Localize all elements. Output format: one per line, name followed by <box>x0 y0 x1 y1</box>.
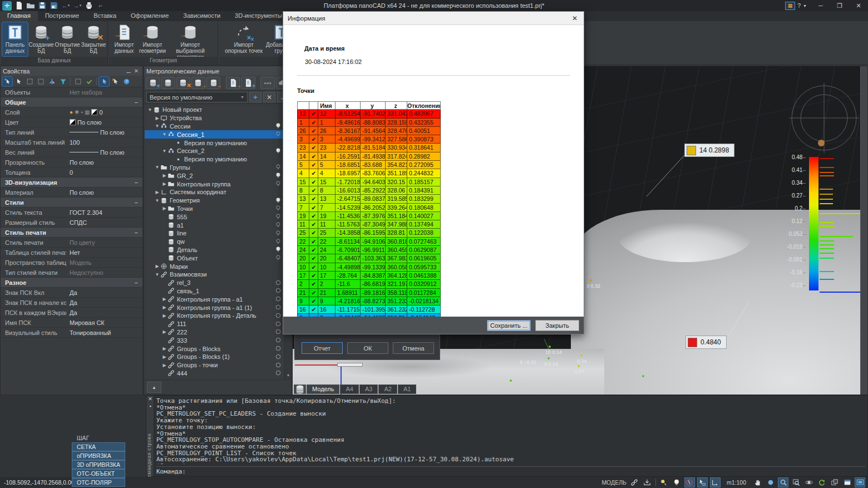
bulb-on-icon[interactable] <box>275 147 282 155</box>
ribbon-button-geom-import[interactable]: →Импортгеометрии <box>139 22 166 56</box>
close-dialog-button[interactable]: Закрыть <box>535 320 579 331</box>
property-value[interactable]: ГОСТ 2.304 <box>66 209 142 216</box>
bulb-on-icon[interactable] <box>275 122 282 130</box>
property-value[interactable]: СПДС <box>66 219 142 226</box>
help-button[interactable]: ? <box>797 2 801 9</box>
screen-icon[interactable] <box>855 478 865 487</box>
property-row[interactable]: Знак ПСК ВклДа <box>1 288 142 298</box>
orbit-icon[interactable] <box>804 478 813 487</box>
close-icon[interactable]: ✕ <box>146 396 154 403</box>
tree-node-555[interactable]: 555 <box>145 213 284 221</box>
table-row[interactable]: 5✔5-18.6851-83.688354.8210.272095 <box>297 161 441 169</box>
ucs-icon[interactable] <box>711 478 720 487</box>
command-line-panel[interactable]: ✕ ▪ Командная строка Точка растягивания … <box>146 395 868 477</box>
zoom-dot-icon[interactable] <box>766 478 775 487</box>
tree-node-Сессия_1[interactable]: ▼Сессия_1 <box>145 130 284 139</box>
property-row[interactable]: Размерный стильСПДС <box>1 218 142 228</box>
collapse-icon[interactable]: − <box>135 279 142 286</box>
table-row[interactable]: 16✔16-11.1715-101.395361.232-0.112728 <box>297 305 441 314</box>
print-icon[interactable] <box>85 1 93 10</box>
checkbox-cell[interactable]: ✔ <box>309 186 318 195</box>
section-Общие[interactable]: Общие− <box>1 97 142 107</box>
toggle-ОТС-ПОЛЯР[interactable]: ОТС-ПОЛЯР <box>72 478 125 487</box>
property-row[interactable]: Тип линийПо слою <box>1 127 142 137</box>
cursor-x-icon[interactable] <box>110 77 120 86</box>
save-as-icon[interactable] <box>50 1 58 10</box>
tree-node-Объект[interactable]: Объект <box>145 254 284 262</box>
tree-node-Точки[interactable]: ▶Точки <box>145 205 284 213</box>
circle-icon[interactable] <box>275 362 282 369</box>
property-row[interactable]: Таблица стилей печатиНет <box>1 248 142 258</box>
expander-icon[interactable]: ▶ <box>161 305 167 310</box>
hand-icon[interactable] <box>753 478 762 487</box>
table-row[interactable]: 1✔1-9.49616-88.8083328.1590.432355 <box>297 119 441 127</box>
tree-node-qw[interactable]: qw <box>145 238 284 246</box>
undo-arrow-icon[interactable]: ←▾ <box>61 1 70 10</box>
tree-node-Контрольня группа - a1 (1)[interactable]: ▶Контрольня группа - a1 (1) <box>145 303 284 312</box>
deviation-label[interactable]: 14 0.2898 <box>684 144 734 157</box>
ribbon-button-doc-import[interactable]: →Импортданных <box>110 22 138 56</box>
marquee-icon[interactable] <box>24 77 34 86</box>
flip-icon[interactable] <box>47 77 57 86</box>
plot-icon[interactable]: ▦ <box>85 109 90 115</box>
expander-icon[interactable]: ▶ <box>161 329 167 334</box>
property-value[interactable]: Да <box>66 299 142 306</box>
save-button[interactable]: Сохранить ... <box>487 320 531 331</box>
bulb-off-icon[interactable] <box>275 213 282 220</box>
table-row[interactable]: 17✔17-28.764-84.8387364.1280.0461388 <box>297 272 441 280</box>
dialog-close-icon[interactable]: ✕ <box>570 14 579 22</box>
scroll-down-icon[interactable]: ▼ <box>285 372 292 379</box>
tree-node-Системы координат[interactable]: ▶Системы координат <box>145 188 284 196</box>
table-row[interactable]: 12✔12-8.51254-91.7402331.0430.483967 <box>297 110 441 118</box>
tree-node-Groups - Blocks[interactable]: ▶Groups - Blocks <box>145 344 284 353</box>
dialog-title-bar[interactable]: Информация ✕ <box>283 12 584 25</box>
toggle-ОТС-ОБЪЕКТ[interactable]: ОТС-ОБЪЕКТ <box>72 469 125 478</box>
tab-Вставка[interactable]: Вставка <box>86 11 124 21</box>
close-button[interactable]: ✕ <box>849 0 868 11</box>
redo-arrow-icon[interactable]: →▾ <box>73 1 82 10</box>
property-row[interactable]: Толщина0 <box>1 167 142 178</box>
checkbox-cell[interactable]: ✔ <box>309 144 318 152</box>
ribbon-button-db-add[interactable]: ＋СозданиеБД <box>28 22 54 56</box>
checkbox-cell[interactable]: ✔ <box>309 280 318 288</box>
viewport-side-strip[interactable] <box>860 66 867 395</box>
tree-node-Марки[interactable]: ▶Марки <box>145 262 284 270</box>
zoom-icon[interactable] <box>778 478 788 487</box>
bulb-on-icon[interactable] <box>275 197 282 204</box>
table-row[interactable]: 19✔19-11.4536-87.3976351.1840.140027 <box>297 212 441 220</box>
circle-icon[interactable] <box>275 328 282 336</box>
property-row[interactable]: Слой●✱▪▦0 <box>1 107 142 117</box>
checkbox-cell[interactable]: ✔ <box>309 272 318 280</box>
checkbox-cell[interactable]: ✔ <box>309 263 318 272</box>
tree-node-Сессия_2[interactable]: ▼Сессия_2 <box>145 147 284 155</box>
layer-on-icon[interactable]: ● <box>70 109 73 115</box>
table-row[interactable]: 10✔10-4.49898-99.1339360.0580.0595733 <box>297 263 441 272</box>
tree-node-Деталь[interactable]: Деталь <box>145 246 284 254</box>
bg-dialog-button-ОК[interactable]: ОК <box>347 342 388 354</box>
model-space-label[interactable]: МОДЕЛЬ <box>601 479 627 486</box>
pin-icon[interactable]: ▪ <box>146 403 154 410</box>
checkbox-cell[interactable]: ✔ <box>309 119 318 127</box>
sheet-list-icon[interactable] <box>294 385 306 394</box>
ribbon-button-db-open[interactable]: ОткрытиеБД <box>55 22 80 56</box>
expander-icon[interactable]: ▶ <box>161 346 167 351</box>
tree-node-Геометрия[interactable]: ▼Геометрия <box>145 196 284 205</box>
expander-icon[interactable]: ▶ <box>161 173 167 178</box>
toggle-СЕТКА[interactable]: СЕТКА <box>72 442 125 451</box>
property-value[interactable]: Нет <box>66 249 142 256</box>
checkbox-cell[interactable]: ✔ <box>309 297 318 305</box>
circle-icon[interactable] <box>275 279 282 287</box>
cursor-box-icon[interactable] <box>698 478 707 487</box>
expander-icon[interactable]: ▼ <box>154 124 160 129</box>
checkbox-cell[interactable]: ✔ <box>309 254 318 263</box>
circle-icon[interactable] <box>275 312 282 319</box>
bulb-off-icon[interactable] <box>275 254 282 262</box>
checkbox-cell[interactable]: ✔ <box>309 161 318 169</box>
bulb-off-icon[interactable] <box>275 131 282 138</box>
circle-icon[interactable] <box>275 304 282 311</box>
tree-node-line[interactable]: line <box>145 229 284 238</box>
tree-node-Сессии[interactable]: ▼Сессии <box>145 122 284 131</box>
circle-icon[interactable] <box>275 321 282 328</box>
property-row[interactable]: Стиль печатиПо цвету <box>1 238 142 248</box>
property-value[interactable]: 100 <box>66 139 142 146</box>
